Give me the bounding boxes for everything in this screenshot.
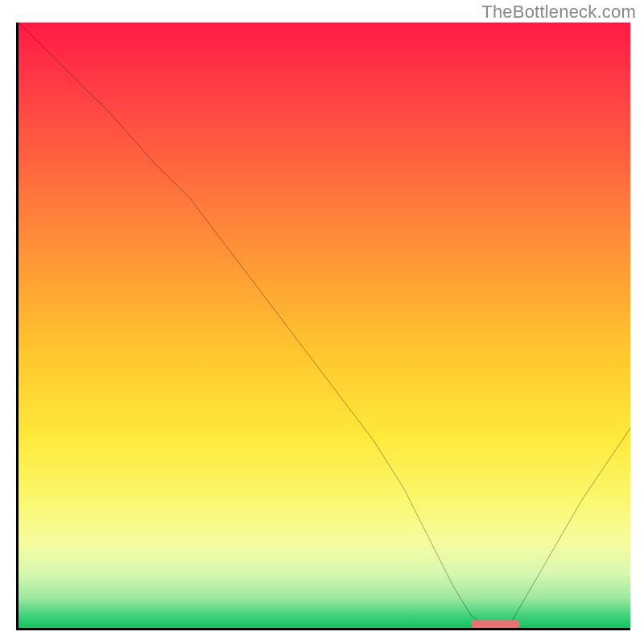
minimum-marker: [471, 620, 520, 628]
watermark-text: TheBottleneck.com: [481, 2, 636, 23]
bottleneck-curve: [19, 23, 630, 628]
chart-container: TheBottleneck.com: [0, 0, 644, 644]
plot-area: [16, 23, 630, 630]
